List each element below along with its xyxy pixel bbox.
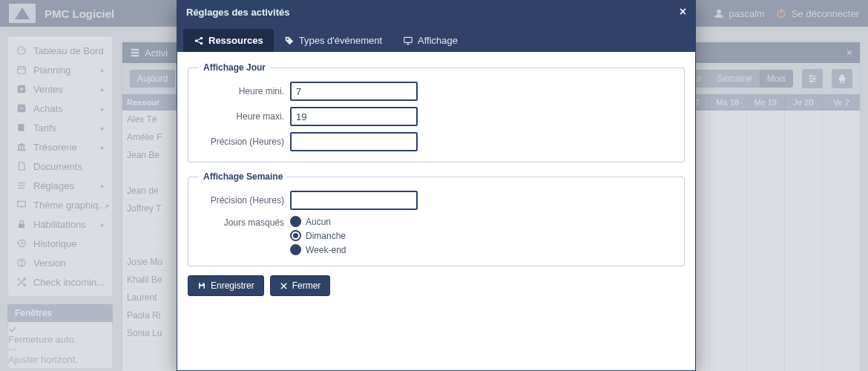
radio-aucun-text: Aucun bbox=[306, 217, 331, 227]
day-legend: Affichage Jour bbox=[199, 62, 270, 73]
week-legend: Affichage Semaine bbox=[199, 171, 287, 182]
modal-actions: Enregistrer Fermer bbox=[188, 275, 685, 296]
modal-close-button[interactable]: × bbox=[680, 6, 686, 18]
radio-weekend[interactable] bbox=[290, 244, 301, 255]
label-heure-maxi: Heure maxi. bbox=[199, 111, 284, 122]
svg-rect-55 bbox=[200, 286, 204, 289]
svg-rect-54 bbox=[200, 283, 203, 285]
input-heure-maxi[interactable] bbox=[290, 107, 418, 126]
tab-types-label: Types d'événement bbox=[299, 35, 382, 46]
tab-types[interactable]: Types d'événement bbox=[274, 29, 392, 52]
radio-aucun-label[interactable]: Aucun bbox=[290, 216, 346, 227]
input-precision-day[interactable] bbox=[290, 132, 418, 151]
modal-tabs: Ressources Types d'événement Affichage bbox=[177, 23, 695, 52]
monitor-icon bbox=[403, 36, 413, 46]
svg-line-49 bbox=[197, 41, 201, 42]
radio-group-masked-days: Aucun Dimanche Week-end bbox=[290, 216, 346, 255]
radio-weekend-text: Week-end bbox=[306, 245, 346, 255]
share-icon bbox=[194, 36, 204, 46]
modal-titlebar[interactable]: Réglages des activités × bbox=[177, 1, 695, 23]
tag-icon bbox=[284, 36, 295, 46]
close-button[interactable]: Fermer bbox=[270, 275, 331, 296]
radio-aucun[interactable] bbox=[290, 216, 301, 227]
activity-settings-modal: Réglages des activités × Ressources Type… bbox=[177, 0, 696, 371]
fieldset-day-display: Affichage Jour Heure mini. Heure maxi. P… bbox=[188, 62, 685, 162]
modal-body: Affichage Jour Heure mini. Heure maxi. P… bbox=[177, 52, 695, 370]
label-precision-week: Précision (Heures) bbox=[199, 195, 284, 206]
radio-dimanche[interactable] bbox=[290, 230, 301, 241]
fieldset-week-display: Affichage Semaine Précision (Heures) Jou… bbox=[188, 171, 685, 266]
radio-weekend-label[interactable]: Week-end bbox=[290, 244, 346, 255]
svg-point-50 bbox=[286, 38, 288, 39]
input-precision-week[interactable] bbox=[290, 191, 418, 210]
radio-dimanche-text: Dimanche bbox=[306, 231, 346, 241]
tab-affichage[interactable]: Affichage bbox=[392, 29, 468, 52]
modal-title: Réglages des activités bbox=[186, 7, 289, 18]
radio-dimanche-label[interactable]: Dimanche bbox=[290, 230, 346, 241]
input-heure-mini[interactable] bbox=[290, 82, 418, 101]
tab-affichage-label: Affichage bbox=[418, 35, 458, 46]
label-jours-masques: Jours masqués bbox=[199, 216, 284, 228]
close-icon bbox=[280, 282, 288, 290]
svg-rect-51 bbox=[404, 37, 412, 42]
tab-ressources-label: Ressources bbox=[208, 35, 263, 46]
save-icon bbox=[197, 281, 206, 290]
label-precision-day: Précision (Heures) bbox=[199, 137, 284, 147]
svg-line-48 bbox=[197, 39, 201, 40]
tab-ressources[interactable]: Ressources bbox=[183, 29, 274, 52]
save-button[interactable]: Enregistrer bbox=[188, 275, 264, 296]
close-label: Fermer bbox=[292, 280, 321, 291]
save-label: Enregistrer bbox=[211, 280, 254, 291]
label-heure-mini: Heure mini. bbox=[199, 86, 284, 96]
